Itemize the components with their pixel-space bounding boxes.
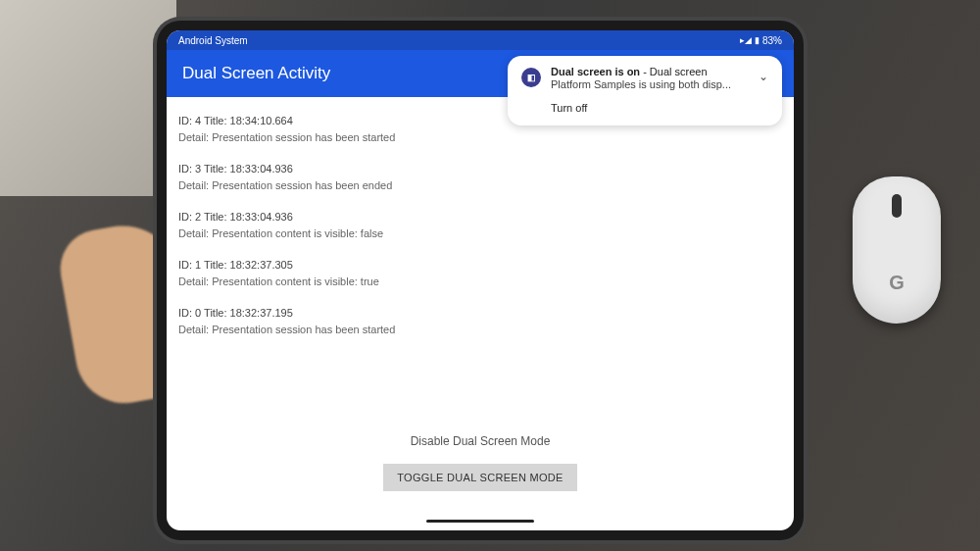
log-detail: Detail: Presentation session has been st… xyxy=(178,129,782,146)
navigation-handle[interactable] xyxy=(426,520,534,523)
mode-label: Disable Dual Screen Mode xyxy=(167,434,794,448)
status-bar: Android System ▸◢ ▮ 83% xyxy=(167,30,794,50)
chevron-down-icon[interactable]: ⌄ xyxy=(759,70,768,83)
notification-card[interactable]: ◧ Dual screen is on - Dual screen Platfo… xyxy=(508,56,782,125)
tablet-screen: Android System ▸◢ ▮ 83% Dual Screen Acti… xyxy=(167,30,794,530)
log-title: ID: 1 Title: 18:32:37.305 xyxy=(178,257,782,274)
desk-object-left xyxy=(0,0,176,196)
log-title: ID: 2 Title: 18:33:04.936 xyxy=(178,209,782,225)
computer-mouse: G xyxy=(853,176,941,324)
battery-percent: 83% xyxy=(762,35,782,46)
log-title: ID: 0 Title: 18:32:37.195 xyxy=(178,305,782,322)
battery-icon: ▮ xyxy=(755,35,760,45)
turn-off-button[interactable]: Turn off xyxy=(551,102,768,114)
log-detail: Detail: Presentation session has been en… xyxy=(178,177,782,194)
toggle-dual-screen-button[interactable]: TOGGLE DUAL SCREEN MODE xyxy=(383,464,577,491)
status-right-icons: ▸◢ ▮ 83% xyxy=(740,35,782,46)
bottom-controls: Disable Dual Screen Mode TOGGLE DUAL SCR… xyxy=(167,434,794,491)
log-detail: Detail: Presentation content is visible:… xyxy=(178,274,782,290)
list-item: ID: 3 Title: 18:33:04.936 Detail: Presen… xyxy=(178,161,782,193)
page-title: Dual Screen Activity xyxy=(182,64,330,83)
mouse-scroll-wheel xyxy=(892,194,902,218)
dual-screen-icon: ◧ xyxy=(521,68,541,87)
log-title: ID: 3 Title: 18:33:04.936 xyxy=(178,161,782,177)
log-list: ID: 4 Title: 18:34:10.664 Detail: Presen… xyxy=(178,105,782,337)
log-detail: Detail: Presentation session has been st… xyxy=(178,322,782,338)
notification-subtitle: Platform Samples is using both disp... xyxy=(551,78,745,90)
log-detail: Detail: Presentation content is visible:… xyxy=(178,225,782,242)
list-item: ID: 1 Title: 18:32:37.305 Detail: Presen… xyxy=(178,257,782,289)
mouse-logo-icon: G xyxy=(889,272,905,294)
wifi-icon: ▸◢ xyxy=(740,35,752,45)
list-item: ID: 2 Title: 18:33:04.936 Detail: Presen… xyxy=(178,209,782,241)
list-item: ID: 0 Title: 18:32:37.195 Detail: Presen… xyxy=(178,305,782,337)
status-system-label: Android System xyxy=(178,35,248,46)
notification-title: Dual screen is on - Dual screen xyxy=(551,66,745,77)
main-content: ID: 4 Title: 18:34:10.664 Detail: Presen… xyxy=(167,97,794,530)
